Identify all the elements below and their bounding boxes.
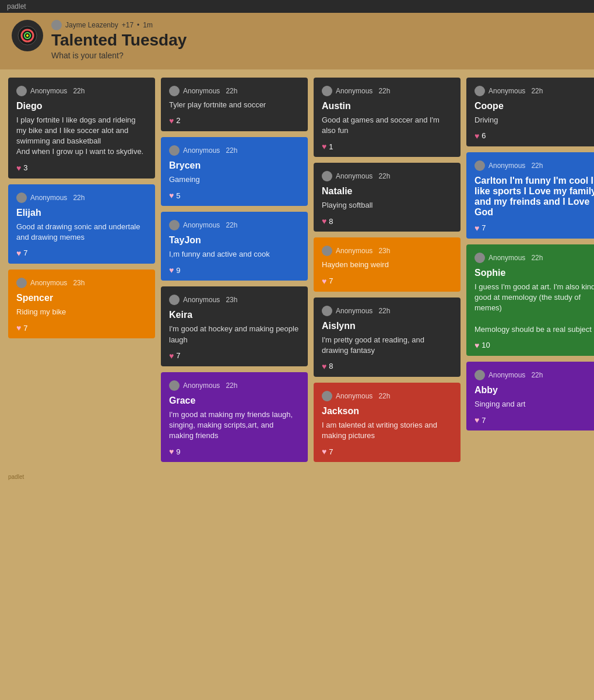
heart-icon: ♥: [16, 323, 21, 332]
card-likes-abby[interactable]: ♥7: [475, 415, 594, 425]
card-body-aislynn: I'm pretty good at reading, and drawing …: [322, 335, 452, 356]
card-likes-tayjon[interactable]: ♥9: [169, 265, 300, 275]
anon-avatar: [475, 370, 485, 380]
likes-count: 8: [329, 217, 333, 226]
header-time: 1m: [143, 21, 153, 29]
card-body-elijah: Good at drawing sonic and undertale and …: [16, 222, 147, 243]
card-time: 22h: [378, 307, 390, 315]
anon-avatar: [322, 86, 332, 96]
page-title: Talented Tuesday: [51, 32, 187, 50]
card-body-austin: Good at games and soccer and I'm also fu…: [322, 115, 452, 136]
card-jackson: Anonymous22hJacksonI am talented at writ…: [314, 383, 461, 462]
anon-avatar: [322, 171, 332, 181]
card-user: Anonymous: [336, 392, 372, 400]
card-header-brycen: Anonymous22h: [169, 145, 300, 156]
card-austin: Anonymous22hAustinGood at games and socc…: [314, 78, 461, 157]
card-likes-austin[interactable]: ♥1: [322, 142, 452, 151]
card-user: Anonymous: [336, 87, 372, 95]
card-likes-keira[interactable]: ♥7: [169, 351, 300, 360]
card-body-hayden: Hayden being weird: [322, 260, 452, 270]
card-carlton: Anonymous22hCarlton I'm funny I'm cool I…: [466, 152, 594, 239]
card-user: Anonymous: [183, 87, 220, 95]
card-time: 22h: [226, 221, 237, 229]
card-coope: Anonymous22hCoopeDriving♥6: [466, 78, 594, 146]
masonry-grid: Anonymous22hDiegoI play fortnite I like …: [0, 69, 594, 471]
likes-count: 5: [176, 191, 180, 200]
card-likes-jackson[interactable]: ♥7: [322, 447, 452, 456]
card-likes-diego[interactable]: ♥3: [16, 163, 147, 173]
card-header-carlton: Anonymous22h: [475, 160, 594, 171]
card-name-aislynn: Aislynn: [322, 321, 452, 331]
header: Jayme Leazenby +17 • 1m Talented Tuesday…: [0, 13, 594, 69]
heart-icon: ♥: [169, 191, 174, 200]
card-natalie: Anonymous22hNataliePlaying softball♥8: [314, 163, 461, 232]
likes-count: 7: [23, 249, 27, 257]
card-name-coope: Coope: [475, 101, 594, 111]
header-dot: •: [137, 21, 139, 29]
user-points: +17: [122, 21, 133, 29]
col-1: Anonymous22hTyler play fortnite and socc…: [161, 78, 308, 463]
heart-icon: ♥: [475, 341, 479, 350]
footer: padlet: [0, 470, 594, 484]
card-user: Anonymous: [30, 87, 67, 95]
heart-icon: ♥: [475, 223, 479, 233]
card-time: 22h: [531, 371, 543, 379]
anon-avatar: [475, 160, 485, 171]
card-name-keira: Keira: [169, 310, 300, 320]
likes-count: 2: [176, 116, 180, 125]
likes-count: 7: [481, 416, 486, 425]
card-body-jackson: I am talented at writing stories and mak…: [322, 420, 452, 441]
card-name-tayjon: TayJon: [169, 235, 300, 246]
likes-count: 7: [329, 447, 333, 456]
card-aislynn: Anonymous22hAislynnI'm pretty good at re…: [314, 298, 461, 377]
card-likes-natalie[interactable]: ♥8: [322, 216, 452, 226]
heart-icon: ♥: [169, 351, 174, 360]
card-name-spencer: Spencer: [16, 293, 147, 303]
anon-avatar: [322, 306, 332, 316]
card-likes-tyler[interactable]: ♥2: [169, 116, 300, 125]
card-elijah: Anonymous22hElijahGood at drawing sonic …: [8, 184, 155, 264]
anon-avatar: [322, 246, 332, 256]
top-bar: padlet: [0, 0, 594, 13]
card-likes-grace[interactable]: ♥9: [169, 447, 300, 456]
anon-avatar: [475, 86, 485, 96]
anon-avatar: [169, 86, 180, 96]
card-body-sophie: I guess I'm good at art. I'm also kinda …: [475, 282, 594, 335]
card-likes-sophie[interactable]: ♥10: [475, 341, 594, 350]
heart-icon: ♥: [322, 142, 326, 151]
card-likes-coope[interactable]: ♥6: [475, 131, 594, 141]
likes-count: 3: [23, 163, 27, 172]
card-body-keira: I'm good at hockey and making people lau…: [169, 324, 300, 345]
card-likes-hayden[interactable]: ♥7: [322, 276, 452, 286]
card-name-jackson: Jackson: [322, 406, 452, 416]
anon-avatar: [16, 278, 27, 288]
anon-avatar: [322, 391, 332, 401]
anon-avatar: [16, 86, 27, 96]
likes-count: 9: [176, 266, 180, 275]
card-likes-carlton[interactable]: ♥7: [475, 223, 594, 233]
card-brycen: Anonymous22hBrycenGameing♥5: [161, 137, 308, 206]
card-time: 22h: [378, 392, 390, 400]
card-header-coope: Anonymous22h: [475, 86, 594, 96]
card-time: 22h: [73, 87, 85, 95]
card-name-grace: Grace: [169, 396, 300, 406]
card-grace: Anonymous22hGraceI'm good at making my f…: [161, 372, 308, 463]
card-body-brycen: Gameing: [169, 174, 300, 185]
card-likes-brycen[interactable]: ♥5: [169, 191, 300, 200]
card-user: Anonymous: [183, 382, 220, 390]
heart-icon: ♥: [169, 116, 174, 125]
card-header-spencer: Anonymous23h: [16, 278, 147, 288]
likes-count: 7: [481, 223, 486, 232]
card-header-hayden: Anonymous23h: [322, 246, 452, 256]
card-body-natalie: Playing softball: [322, 200, 452, 211]
card-likes-elijah[interactable]: ♥7: [16, 249, 147, 258]
card-likes-spencer[interactable]: ♥7: [16, 323, 147, 332]
likes-count: 8: [329, 362, 333, 370]
card-likes-aislynn[interactable]: ♥8: [322, 362, 452, 371]
anon-avatar: [169, 145, 180, 156]
heart-icon: ♥: [169, 265, 174, 275]
likes-count: 9: [176, 447, 180, 456]
card-header-diego: Anonymous22h: [16, 86, 147, 96]
card-name-sophie: Sophie: [475, 268, 594, 278]
card-header-tyler: Anonymous22h: [169, 86, 300, 96]
